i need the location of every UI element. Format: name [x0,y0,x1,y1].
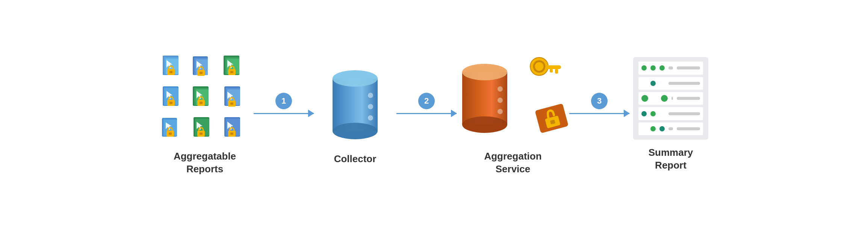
dot-teal [650,81,656,86]
report-card [191,84,219,113]
step-badge-2: 2 [418,93,435,109]
dot-empty [652,96,657,101]
step-badge-1: 1 [275,93,292,109]
dot-empty [659,81,665,86]
svg-point-55 [368,93,373,98]
dot-empty [641,81,647,86]
svg-rect-12 [200,72,203,74]
svg-rect-67 [545,65,561,69]
svg-rect-6 [169,71,172,73]
svg-rect-40 [169,133,172,135]
summary-row-3 [638,92,703,105]
svg-rect-23 [169,102,172,104]
node-collector: Collector [318,63,393,166]
report-card [160,53,188,82]
svg-point-62 [498,86,503,92]
node-label-collector: Collector [334,153,377,166]
svg-rect-69 [550,69,553,72]
summary-line-short [677,127,700,130]
arrow-2: 2 [393,93,460,114]
dot-teal [659,126,665,131]
dot-empty [659,111,665,116]
report-card [191,115,219,143]
arrow-1: 1 [250,93,318,114]
aggregation-service-visual [460,53,566,143]
dot-green [650,111,656,116]
report-card [221,53,250,82]
node-label-aggregation-service: Aggregation Service [484,150,541,176]
arrow-line-1 [254,113,314,114]
dot-empty [641,126,647,131]
summary-line-short [677,66,700,69]
summary-line [668,82,700,85]
svg-rect-18 [230,71,233,73]
svg-rect-29 [200,102,203,104]
summary-line-short [677,97,700,100]
summary-row-5 [638,122,703,135]
node-summary-report: Summary Report [633,57,708,172]
step-badge-3: 3 [591,93,608,109]
arrow-line-3 [569,113,629,114]
node-label-summary-report: Summary Report [649,146,693,172]
report-card [160,115,188,143]
report-card [221,115,250,143]
summary-line [671,97,673,100]
svg-rect-35 [230,102,233,105]
dot-teal [641,111,647,116]
node-label-aggregatable-reports: Aggregatable Reports [174,150,236,176]
arrow-3: 3 [566,93,633,114]
svg-rect-50 [230,133,233,135]
dot-green-large [641,95,648,102]
summary-row-2 [638,77,703,90]
diagram-container: Aggregatable Reports 1 [0,46,868,183]
reports-grid [160,53,250,143]
collector-visual [331,63,380,146]
arrow-line-2 [396,113,457,114]
node-aggregation-service: Aggregation Service [460,53,566,176]
dot-green [659,65,665,71]
key-icon [528,55,562,89]
node-aggregatable-reports: Aggregatable Reports [160,53,250,176]
report-card [191,53,219,82]
summary-line [668,66,673,69]
summary-report-visual [633,57,708,140]
svg-point-56 [368,104,373,109]
summary-line [668,112,700,115]
dot-green-large [661,95,668,102]
report-card [221,84,250,113]
svg-rect-45 [200,133,203,135]
summary-line [668,127,673,130]
summary-row-1 [638,62,703,74]
dot-green [641,65,647,71]
report-card [160,84,188,113]
dot-green [650,126,656,131]
svg-point-63 [498,98,503,103]
svg-rect-68 [555,69,558,74]
summary-row-4 [638,107,703,120]
svg-point-57 [368,115,373,121]
svg-point-64 [498,109,503,114]
dot-green [650,65,656,71]
